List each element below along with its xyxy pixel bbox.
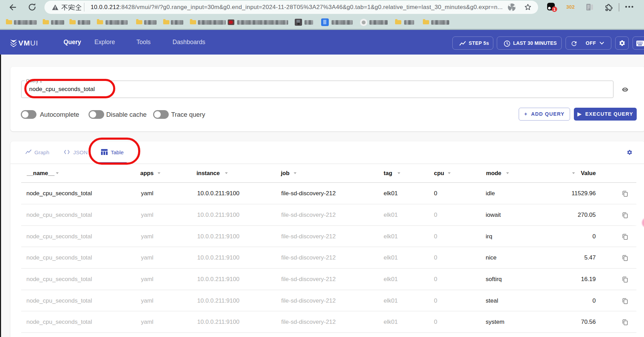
svg-text:1: 1	[553, 7, 556, 11]
